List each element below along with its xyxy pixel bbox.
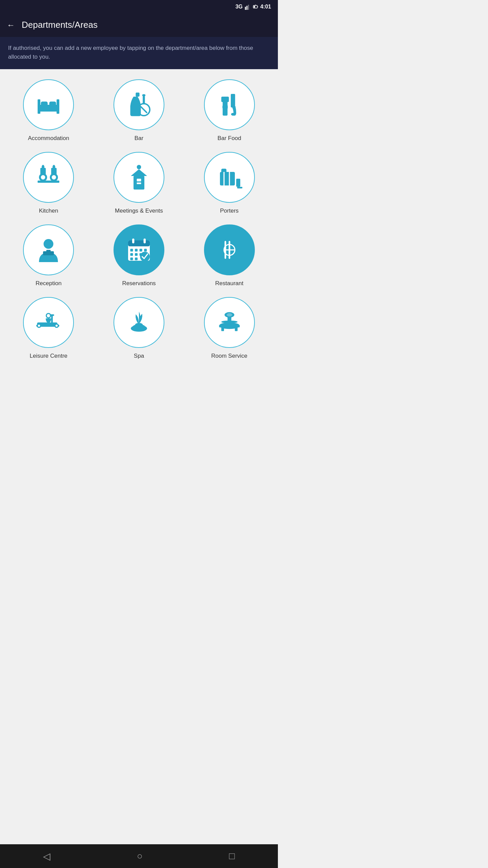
- department-item-spa[interactable]: Spa: [97, 297, 181, 359]
- porters-icon-circle: [204, 152, 255, 203]
- department-item-leisure-centre[interactable]: Leisure Centre: [7, 297, 90, 359]
- svg-rect-20: [221, 97, 229, 102]
- svg-rect-17: [143, 96, 145, 104]
- svg-rect-37: [220, 172, 235, 185]
- svg-rect-35: [137, 179, 141, 181]
- svg-rect-9: [57, 99, 59, 112]
- reservations-label: Reservations: [122, 280, 156, 287]
- reception-icon-circle: [23, 224, 74, 275]
- kitchen-icon-circle: [23, 152, 74, 203]
- bar-food-icon-circle: [204, 79, 255, 130]
- svg-rect-50: [144, 238, 146, 243]
- svg-rect-40: [236, 179, 240, 187]
- department-item-reception[interactable]: Reception: [7, 224, 90, 287]
- svg-rect-28: [38, 181, 59, 183]
- back-button[interactable]: ←: [7, 20, 15, 30]
- department-item-porters[interactable]: Porters: [187, 152, 271, 214]
- svg-rect-22: [231, 94, 235, 107]
- svg-rect-49: [132, 238, 134, 243]
- svg-point-32: [53, 165, 55, 169]
- department-item-reservations[interactable]: Reservations: [97, 224, 181, 287]
- network-indicator: 3G: [236, 4, 243, 10]
- department-item-accommodation[interactable]: Accommodation: [7, 79, 90, 142]
- svg-rect-8: [38, 99, 40, 112]
- subtitle-area: If authorised, you can add a new employe…: [0, 37, 278, 69]
- svg-line-16: [141, 106, 147, 113]
- leisure-centre-label: Leisure Centre: [30, 353, 68, 359]
- reservations-icon-circle: [114, 224, 164, 275]
- svg-rect-48: [128, 240, 150, 246]
- svg-rect-52: [135, 249, 138, 252]
- meetings-events-icon-circle: [114, 152, 164, 203]
- room-service-icon-circle: [204, 297, 255, 348]
- svg-rect-53: [140, 249, 142, 252]
- spa-label: Spa: [134, 353, 144, 359]
- svg-point-71: [38, 324, 40, 327]
- svg-rect-36: [137, 182, 141, 184]
- svg-rect-86: [235, 327, 238, 331]
- time-display: 4:01: [260, 4, 271, 10]
- svg-point-72: [56, 324, 58, 327]
- svg-rect-56: [135, 253, 138, 256]
- signal-icon: [245, 4, 251, 10]
- svg-point-87: [227, 313, 232, 317]
- spa-icon-circle: [114, 297, 164, 348]
- svg-rect-46: [46, 250, 51, 253]
- kitchen-label: Kitchen: [39, 208, 58, 214]
- department-item-bar[interactable]: Bar: [97, 79, 181, 142]
- svg-rect-0: [245, 7, 246, 10]
- svg-rect-11: [49, 101, 56, 106]
- svg-rect-51: [130, 249, 133, 252]
- svg-rect-80: [219, 325, 240, 327]
- svg-rect-4: [257, 6, 258, 7]
- accommodation-icon-circle: [23, 79, 74, 130]
- svg-rect-14: [136, 93, 139, 97]
- subtitle-text: If authorised, you can add a new employe…: [8, 44, 270, 61]
- svg-rect-2: [248, 5, 249, 10]
- svg-rect-5: [254, 6, 255, 7]
- main-content: Accommodation Bar Bar Food Kitchen Meeti…: [0, 69, 278, 370]
- svg-point-34: [137, 165, 141, 169]
- department-item-bar-food[interactable]: Bar Food: [187, 79, 271, 142]
- svg-rect-13: [57, 111, 59, 114]
- svg-point-31: [42, 165, 44, 169]
- department-item-room-service[interactable]: Room Service: [187, 297, 271, 359]
- svg-rect-85: [221, 327, 224, 331]
- restaurant-label: Restaurant: [215, 280, 243, 287]
- reception-label: Reception: [36, 280, 62, 287]
- svg-point-44: [44, 239, 54, 249]
- svg-rect-55: [130, 253, 133, 256]
- status-icons: 3G 4:01: [236, 4, 271, 10]
- meetings-events-label: Meetings & Events: [115, 208, 163, 214]
- svg-point-25: [41, 175, 45, 180]
- svg-rect-10: [41, 101, 48, 106]
- svg-point-75: [46, 314, 51, 318]
- svg-rect-7: [38, 105, 59, 112]
- bar-food-label: Bar Food: [218, 135, 241, 142]
- svg-point-78: [135, 323, 143, 327]
- svg-point-23: [231, 113, 235, 116]
- svg-point-21: [222, 103, 228, 111]
- svg-rect-41: [237, 187, 242, 189]
- svg-rect-58: [130, 257, 133, 260]
- department-item-kitchen[interactable]: Kitchen: [7, 152, 90, 214]
- svg-rect-59: [135, 257, 138, 260]
- department-item-restaurant[interactable]: Restaurant: [187, 224, 271, 287]
- bar-label: Bar: [135, 135, 143, 142]
- restaurant-icon-circle: [204, 224, 255, 275]
- battery-icon: [253, 4, 258, 10]
- leisure-centre-icon-circle: [23, 297, 74, 348]
- svg-rect-1: [246, 6, 247, 10]
- accommodation-label: Accommodation: [28, 135, 69, 142]
- svg-point-18: [142, 94, 146, 96]
- page-title: Departments/Areas: [22, 20, 98, 30]
- departments-grid: Accommodation Bar Bar Food Kitchen Meeti…: [7, 79, 271, 359]
- bar-icon-circle: [114, 79, 164, 130]
- department-item-meetings-events[interactable]: Meetings & Events: [97, 152, 181, 214]
- status-bar: 3G 4:01: [0, 0, 278, 14]
- svg-rect-12: [38, 111, 40, 114]
- room-service-label: Room Service: [211, 353, 247, 359]
- svg-rect-54: [144, 249, 147, 252]
- header: ← Departments/Areas: [0, 14, 278, 37]
- svg-point-27: [52, 175, 56, 180]
